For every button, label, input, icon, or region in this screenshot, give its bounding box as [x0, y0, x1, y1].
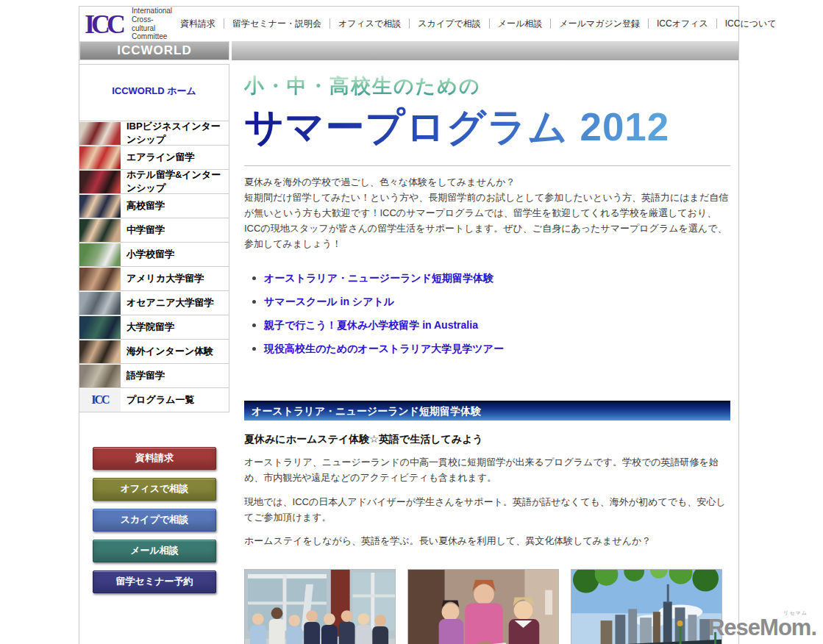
- resemom-logo-text: ReseMom.: [708, 615, 816, 640]
- icc-mini-logo: ICC: [79, 389, 121, 412]
- nav-link-office[interactable]: オフィスで相談: [329, 18, 409, 29]
- thumbnail-image: [79, 146, 121, 169]
- logo-line: Cross-cultural: [132, 15, 172, 33]
- logo-line: International: [132, 7, 172, 15]
- section-paragraph: オーストラリア、ニュージーランドの中高一貫校に短期留学が出来るプログラムです。学…: [244, 455, 730, 486]
- sidebar-item-hotel[interactable]: ホテル留学&インターンシップ: [79, 169, 229, 193]
- resemom-watermark: リセマム ReseMom.: [708, 616, 816, 639]
- program-link-seattle[interactable]: サマースクール in シアトル: [264, 296, 394, 307]
- thumbnail-image: [79, 316, 121, 339]
- logo-line: Committee: [132, 32, 172, 41]
- thumbnail-image: [79, 268, 121, 290]
- nav-link-iccoffice[interactable]: ICCオフィス: [648, 18, 716, 29]
- page-title: 小・中・高校生のための サマープログラム 2012: [244, 73, 730, 154]
- sidebar-item-program-list[interactable]: ICCプログラム一覧: [79, 387, 229, 412]
- intro-line: 夏休みを海外の学校で過ごし、色々な体験をしてみませんか？: [244, 174, 730, 190]
- request-materials-button[interactable]: 資料請求: [93, 447, 216, 470]
- section-aus-nz: オーストラリア・ニュージーランド短期留学体験 夏休みにホームステイ体験☆英語で生…: [244, 401, 730, 644]
- icc-logo[interactable]: ICC International Cross-cultural Committ…: [85, 7, 172, 41]
- sidebar-menu: IBPビジネスインターンシップ エアライン留学 ホテル留学&インターンシップ 高…: [79, 121, 229, 412]
- icc-logo-text: International Cross-cultural Committee: [132, 7, 172, 41]
- seminar-reserve-button[interactable]: 留学セミナー予約: [93, 570, 216, 593]
- nav-link-about[interactable]: ICCについて: [716, 18, 777, 29]
- list-item: サマースクール in シアトル: [264, 295, 730, 309]
- program-link-aus-nz[interactable]: オーストラリア・ニュージーランド短期留学体験: [264, 272, 494, 284]
- nav-link-mailmag[interactable]: メールマガジン登録: [550, 18, 648, 29]
- list-item: 現役高校生のためのオーストラリア大学見学ツアー: [264, 342, 730, 356]
- program-link-australia-family[interactable]: 親子で行こう！夏休み小学校留学 in Australia: [264, 319, 478, 331]
- banner-bar: ICCWORLD: [79, 41, 738, 60]
- thumbnail-image: [79, 340, 121, 363]
- top-navigation: 資料請求留学セミナー・説明会オフィスで相談スカイプで相談メール相談メールマガジン…: [172, 18, 777, 30]
- thumbnail-image: [79, 365, 121, 387]
- thumbnail-image: [79, 219, 121, 242]
- intro-line: 短期間だけ留学してみたい！という方や、長期留学前のお試しとして参加したいという方…: [244, 190, 730, 251]
- photo-figure: ホストファミリーと一緒に: [407, 569, 559, 644]
- intro-text: 夏休みを海外の学校で過ごし、色々な体験をしてみませんか？ 短期間だけ留学してみた…: [244, 174, 730, 251]
- sidebar-item-airline[interactable]: エアライン留学: [79, 145, 229, 169]
- iccworld-banner-title: ICCWORLD: [79, 41, 232, 60]
- sidebar-item-oceania-university[interactable]: オセアニア大学留学: [79, 290, 229, 315]
- thumbnail-image: [79, 171, 121, 193]
- photo-figure: 美しい町並みのメルボルン: [571, 569, 722, 644]
- icc-logo-monogram: ICC: [85, 11, 127, 37]
- section-subheading: 夏休みにホームステイ体験☆英語で生活してみよう: [244, 433, 730, 446]
- page-title-small: 小・中・高校生のための: [244, 73, 481, 99]
- section-paragraph: 現地では、ICCの日本人アドバイザーが学生さんをサポート。英語が話せなくても、海…: [244, 495, 730, 526]
- section-heading-bar: オーストラリア・ニュージーランド短期留学体験: [244, 401, 730, 421]
- sidebar-item-ibp-internship[interactable]: IBPビジネスインターンシップ: [79, 121, 229, 145]
- sidebar-item-intern-abroad[interactable]: 海外インターン体験: [79, 339, 229, 363]
- photo-host-family: [407, 569, 559, 644]
- list-item: 親子で行こう！夏休み小学校留学 in Australia: [264, 318, 730, 332]
- photo-melbourne: [571, 569, 722, 644]
- resemom-ruby: リセマム: [783, 610, 808, 615]
- main-content: 小・中・高校生のための サマープログラム 2012 夏休みを海外の学校で過ごし、…: [229, 60, 738, 644]
- thumbnail-image: [79, 195, 121, 218]
- sidebar-buttons: 資料請求 オフィスで相談 スカイプで相談 メール相談 留学セミナー予約: [79, 447, 229, 593]
- thumbnail-image: [79, 292, 121, 315]
- nav-link-seminar[interactable]: 留学セミナー・説明会: [224, 18, 329, 29]
- sidebar-item-language[interactable]: 語学留学: [79, 363, 229, 387]
- program-link-uni-tour[interactable]: 現役高校生のためのオーストラリア大学見学ツアー: [264, 343, 504, 354]
- photo-school-group: [244, 569, 396, 644]
- program-link-list: オーストラリア・ニュージーランド短期留学体験 サマースクール in シアトル 親…: [244, 271, 730, 356]
- divider: [244, 165, 730, 166]
- section-paragraph: ホームステイをしながら、英語を学ぶ。長い夏休みを利用して、異文化体験してみません…: [244, 534, 730, 549]
- list-item: オーストラリア・ニュージーランド短期留学体験: [264, 271, 730, 285]
- site-header: ICC International Cross-cultural Committ…: [79, 7, 738, 41]
- nav-link-skype[interactable]: スカイプで相談: [409, 18, 488, 29]
- photo-figure: 現地学校でプチ留学体験: [244, 569, 396, 644]
- thumbnail-image: [79, 122, 121, 145]
- mail-consult-button[interactable]: メール相談: [93, 540, 216, 562]
- sidebar-item-elementary[interactable]: 小学校留学: [79, 242, 229, 266]
- sidebar-item-us-university[interactable]: アメリカ大学留学: [79, 266, 229, 290]
- nav-link-mail[interactable]: メール相談: [489, 18, 551, 29]
- skype-consult-button[interactable]: スカイプで相談: [93, 509, 216, 532]
- sidebar-home-link[interactable]: ICCWORLD ホーム: [79, 65, 229, 121]
- thumbnail-image: [79, 243, 121, 266]
- office-consult-button[interactable]: オフィスで相談: [93, 478, 216, 501]
- sidebar: ICCWORLD ホーム IBPビジネスインターンシップ エアライン留学 ホテル…: [79, 60, 229, 593]
- sidebar-item-highschool[interactable]: 高校留学: [79, 193, 229, 218]
- nav-link-shiryo[interactable]: 資料請求: [172, 18, 224, 29]
- page-container: ICC International Cross-cultural Committ…: [79, 6, 739, 644]
- photo-row: 現地学校でプチ留学体験: [244, 569, 730, 644]
- page-title-large: サマープログラム 2012: [244, 101, 669, 154]
- sidebar-menu-box: ICCWORLD ホーム IBPビジネスインターンシップ エアライン留学 ホテル…: [79, 64, 229, 412]
- sidebar-item-graduate[interactable]: 大学院留学: [79, 315, 229, 339]
- banner-gray-strip: [232, 41, 738, 60]
- sidebar-item-juniorhigh[interactable]: 中学留学: [79, 218, 229, 242]
